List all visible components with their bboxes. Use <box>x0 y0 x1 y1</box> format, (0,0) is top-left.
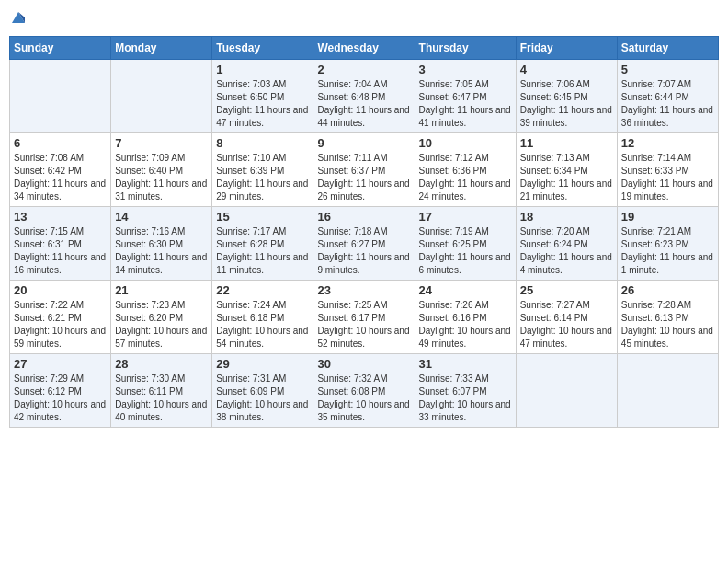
day-number: 18 <box>520 210 613 224</box>
day-number: 8 <box>216 136 309 150</box>
logo-icon <box>10 10 27 27</box>
day-info: Sunrise: 7:10 AM Sunset: 6:39 PM Dayligh… <box>216 152 309 203</box>
day-number: 28 <box>115 357 208 371</box>
calendar-cell: 28Sunrise: 7:30 AM Sunset: 6:11 PM Dayli… <box>111 353 212 427</box>
day-number: 29 <box>216 357 309 371</box>
day-info: Sunrise: 7:12 AM Sunset: 6:36 PM Dayligh… <box>419 152 512 203</box>
day-number: 12 <box>621 136 714 150</box>
day-number: 3 <box>419 63 512 76</box>
calendar-table: SundayMondayTuesdayWednesdayThursdayFrid… <box>9 36 719 428</box>
day-info: Sunrise: 7:22 AM Sunset: 6:21 PM Dayligh… <box>14 299 107 350</box>
day-number: 11 <box>520 136 613 150</box>
calendar-cell: 17Sunrise: 7:19 AM Sunset: 6:25 PM Dayli… <box>415 206 516 280</box>
calendar-cell: 10Sunrise: 7:12 AM Sunset: 6:36 PM Dayli… <box>415 132 516 206</box>
day-number: 7 <box>115 136 208 150</box>
calendar-cell: 26Sunrise: 7:28 AM Sunset: 6:13 PM Dayli… <box>617 280 718 353</box>
day-number: 6 <box>14 136 107 150</box>
day-number: 17 <box>419 210 512 224</box>
day-number: 13 <box>14 210 107 224</box>
day-info: Sunrise: 7:09 AM Sunset: 6:40 PM Dayligh… <box>115 152 208 203</box>
day-number: 4 <box>520 63 613 76</box>
day-info: Sunrise: 7:03 AM Sunset: 6:50 PM Dayligh… <box>216 78 309 130</box>
day-number: 9 <box>317 136 410 150</box>
calendar-week-row: 6Sunrise: 7:08 AM Sunset: 6:42 PM Daylig… <box>10 132 719 206</box>
calendar-cell: 18Sunrise: 7:20 AM Sunset: 6:24 PM Dayli… <box>516 206 617 280</box>
day-number: 19 <box>621 210 714 224</box>
calendar-cell: 13Sunrise: 7:15 AM Sunset: 6:31 PM Dayli… <box>10 206 111 280</box>
calendar-cell: 22Sunrise: 7:24 AM Sunset: 6:18 PM Dayli… <box>212 280 313 353</box>
calendar-week-row: 1Sunrise: 7:03 AM Sunset: 6:50 PM Daylig… <box>10 59 719 132</box>
day-info: Sunrise: 7:25 AM Sunset: 6:17 PM Dayligh… <box>317 299 410 350</box>
day-info: Sunrise: 7:14 AM Sunset: 6:33 PM Dayligh… <box>621 152 714 203</box>
calendar-cell: 19Sunrise: 7:21 AM Sunset: 6:23 PM Dayli… <box>617 206 718 280</box>
day-info: Sunrise: 7:07 AM Sunset: 6:44 PM Dayligh… <box>621 78 714 130</box>
calendar-cell: 25Sunrise: 7:27 AM Sunset: 6:14 PM Dayli… <box>516 280 617 353</box>
calendar-cell: 7Sunrise: 7:09 AM Sunset: 6:40 PM Daylig… <box>111 132 212 206</box>
calendar-cell: 23Sunrise: 7:25 AM Sunset: 6:17 PM Dayli… <box>313 280 415 353</box>
calendar-cell: 15Sunrise: 7:17 AM Sunset: 6:28 PM Dayli… <box>212 206 313 280</box>
column-header-friday: Friday <box>516 36 617 59</box>
day-number: 27 <box>14 357 107 371</box>
day-number: 22 <box>216 283 309 297</box>
day-number: 30 <box>317 357 410 371</box>
day-info: Sunrise: 7:17 AM Sunset: 6:28 PM Dayligh… <box>216 225 309 277</box>
day-info: Sunrise: 7:20 AM Sunset: 6:24 PM Dayligh… <box>520 225 613 277</box>
day-info: Sunrise: 7:15 AM Sunset: 6:31 PM Dayligh… <box>14 225 107 277</box>
calendar-header-row: SundayMondayTuesdayWednesdayThursdayFrid… <box>10 36 719 59</box>
calendar-cell <box>617 353 718 427</box>
calendar-cell: 12Sunrise: 7:14 AM Sunset: 6:33 PM Dayli… <box>617 132 718 206</box>
day-number: 15 <box>216 210 309 224</box>
logo <box>9 9 27 29</box>
calendar-cell: 30Sunrise: 7:32 AM Sunset: 6:08 PM Dayli… <box>313 353 415 427</box>
calendar-week-row: 27Sunrise: 7:29 AM Sunset: 6:12 PM Dayli… <box>10 353 719 427</box>
calendar-cell <box>516 353 617 427</box>
calendar-cell: 2Sunrise: 7:04 AM Sunset: 6:48 PM Daylig… <box>313 59 415 132</box>
day-info: Sunrise: 7:08 AM Sunset: 6:42 PM Dayligh… <box>14 152 107 203</box>
calendar-cell: 20Sunrise: 7:22 AM Sunset: 6:21 PM Dayli… <box>10 280 111 353</box>
day-info: Sunrise: 7:11 AM Sunset: 6:37 PM Dayligh… <box>317 152 410 203</box>
calendar-cell: 29Sunrise: 7:31 AM Sunset: 6:09 PM Dayli… <box>212 353 313 427</box>
day-info: Sunrise: 7:24 AM Sunset: 6:18 PM Dayligh… <box>216 299 309 350</box>
calendar-week-row: 13Sunrise: 7:15 AM Sunset: 6:31 PM Dayli… <box>10 206 719 280</box>
calendar-cell: 21Sunrise: 7:23 AM Sunset: 6:20 PM Dayli… <box>111 280 212 353</box>
day-info: Sunrise: 7:27 AM Sunset: 6:14 PM Dayligh… <box>520 299 613 350</box>
calendar-cell: 16Sunrise: 7:18 AM Sunset: 6:27 PM Dayli… <box>313 206 415 280</box>
day-number: 23 <box>317 283 410 297</box>
day-info: Sunrise: 7:13 AM Sunset: 6:34 PM Dayligh… <box>520 152 613 203</box>
day-info: Sunrise: 7:18 AM Sunset: 6:27 PM Dayligh… <box>317 225 410 277</box>
column-header-wednesday: Wednesday <box>313 36 415 59</box>
day-number: 10 <box>419 136 512 150</box>
column-header-tuesday: Tuesday <box>212 36 313 59</box>
day-number: 26 <box>621 283 714 297</box>
page-header <box>9 9 719 29</box>
calendar-cell: 9Sunrise: 7:11 AM Sunset: 6:37 PM Daylig… <box>313 132 415 206</box>
calendar-cell: 24Sunrise: 7:26 AM Sunset: 6:16 PM Dayli… <box>415 280 516 353</box>
day-info: Sunrise: 7:23 AM Sunset: 6:20 PM Dayligh… <box>115 299 208 350</box>
calendar-cell <box>111 59 212 132</box>
column-header-sunday: Sunday <box>10 36 111 59</box>
calendar-cell: 1Sunrise: 7:03 AM Sunset: 6:50 PM Daylig… <box>212 59 313 132</box>
day-info: Sunrise: 7:19 AM Sunset: 6:25 PM Dayligh… <box>419 225 512 277</box>
day-info: Sunrise: 7:32 AM Sunset: 6:08 PM Dayligh… <box>317 373 410 424</box>
calendar-cell: 5Sunrise: 7:07 AM Sunset: 6:44 PM Daylig… <box>617 59 718 132</box>
day-info: Sunrise: 7:31 AM Sunset: 6:09 PM Dayligh… <box>216 373 309 424</box>
calendar-cell: 6Sunrise: 7:08 AM Sunset: 6:42 PM Daylig… <box>10 132 111 206</box>
day-info: Sunrise: 7:21 AM Sunset: 6:23 PM Dayligh… <box>621 225 714 277</box>
day-number: 25 <box>520 283 613 297</box>
calendar-cell: 11Sunrise: 7:13 AM Sunset: 6:34 PM Dayli… <box>516 132 617 206</box>
day-number: 16 <box>317 210 410 224</box>
day-number: 20 <box>14 283 107 297</box>
day-info: Sunrise: 7:16 AM Sunset: 6:30 PM Dayligh… <box>115 225 208 277</box>
calendar-cell: 31Sunrise: 7:33 AM Sunset: 6:07 PM Dayli… <box>415 353 516 427</box>
calendar-cell: 27Sunrise: 7:29 AM Sunset: 6:12 PM Dayli… <box>10 353 111 427</box>
day-info: Sunrise: 7:30 AM Sunset: 6:11 PM Dayligh… <box>115 373 208 424</box>
calendar-cell: 8Sunrise: 7:10 AM Sunset: 6:39 PM Daylig… <box>212 132 313 206</box>
calendar-cell: 14Sunrise: 7:16 AM Sunset: 6:30 PM Dayli… <box>111 206 212 280</box>
calendar-week-row: 20Sunrise: 7:22 AM Sunset: 6:21 PM Dayli… <box>10 280 719 353</box>
day-number: 2 <box>317 63 410 76</box>
day-number: 24 <box>419 283 512 297</box>
day-info: Sunrise: 7:06 AM Sunset: 6:45 PM Dayligh… <box>520 78 613 130</box>
column-header-monday: Monday <box>111 36 212 59</box>
calendar-body: 1Sunrise: 7:03 AM Sunset: 6:50 PM Daylig… <box>10 59 719 427</box>
calendar-cell: 4Sunrise: 7:06 AM Sunset: 6:45 PM Daylig… <box>516 59 617 132</box>
